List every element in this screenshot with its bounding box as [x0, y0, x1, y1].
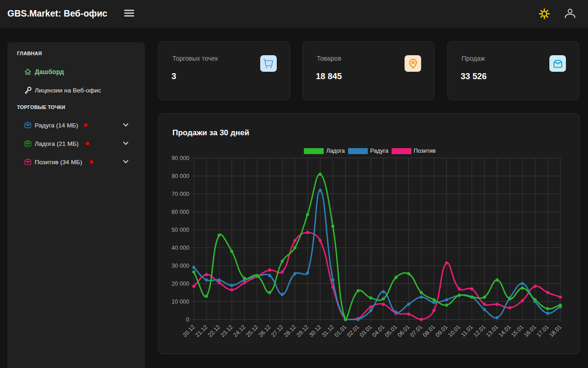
- svg-text:21.12: 21.12: [194, 324, 209, 339]
- svg-text:10.01: 10.01: [447, 324, 462, 339]
- svg-text:29.12: 29.12: [295, 324, 310, 339]
- svg-text:13.01: 13.01: [485, 324, 500, 339]
- svg-text:12.01: 12.01: [472, 324, 487, 339]
- svg-text:15.01: 15.01: [510, 324, 525, 339]
- svg-text:24.12: 24.12: [232, 324, 247, 339]
- svg-text:25.12: 25.12: [245, 324, 259, 339]
- svg-text:02.01: 02.01: [346, 324, 360, 339]
- svg-text:27.12: 27.12: [270, 324, 285, 339]
- svg-text:08.01: 08.01: [422, 324, 436, 339]
- svg-text:30.12: 30.12: [308, 324, 323, 339]
- svg-text:28.12: 28.12: [283, 324, 297, 339]
- svg-text:09.01: 09.01: [434, 324, 449, 339]
- svg-text:80 000: 80 000: [171, 173, 189, 179]
- svg-text:31.12: 31.12: [320, 324, 335, 339]
- svg-text:07.01: 07.01: [409, 324, 424, 339]
- svg-text:04.01: 04.01: [371, 324, 386, 339]
- svg-text:10 000: 10 000: [171, 299, 189, 305]
- svg-text:01.01: 01.01: [333, 324, 348, 339]
- svg-text:22.12: 22.12: [207, 324, 222, 339]
- svg-text:50 000: 50 000: [171, 227, 189, 233]
- svg-text:16.01: 16.01: [523, 324, 537, 339]
- svg-text:40 000: 40 000: [171, 245, 189, 251]
- svg-text:11.01: 11.01: [460, 324, 474, 338]
- svg-text:90 000: 90 000: [171, 155, 189, 161]
- svg-text:23.12: 23.12: [219, 324, 234, 339]
- svg-text:18.01: 18.01: [548, 324, 563, 339]
- svg-text:06.01: 06.01: [396, 324, 411, 339]
- svg-text:03.01: 03.01: [359, 324, 373, 339]
- svg-text:20.12: 20.12: [182, 324, 196, 339]
- svg-text:14.01: 14.01: [497, 324, 512, 339]
- svg-text:30 000: 30 000: [171, 263, 189, 269]
- svg-text:60 000: 60 000: [171, 209, 189, 215]
- svg-text:26.12: 26.12: [257, 324, 272, 339]
- svg-text:17.01: 17.01: [535, 324, 550, 339]
- svg-text:0: 0: [186, 316, 189, 323]
- svg-text:20 000: 20 000: [171, 281, 189, 287]
- svg-text:05.01: 05.01: [384, 324, 399, 339]
- svg-text:70 000: 70 000: [171, 191, 189, 197]
